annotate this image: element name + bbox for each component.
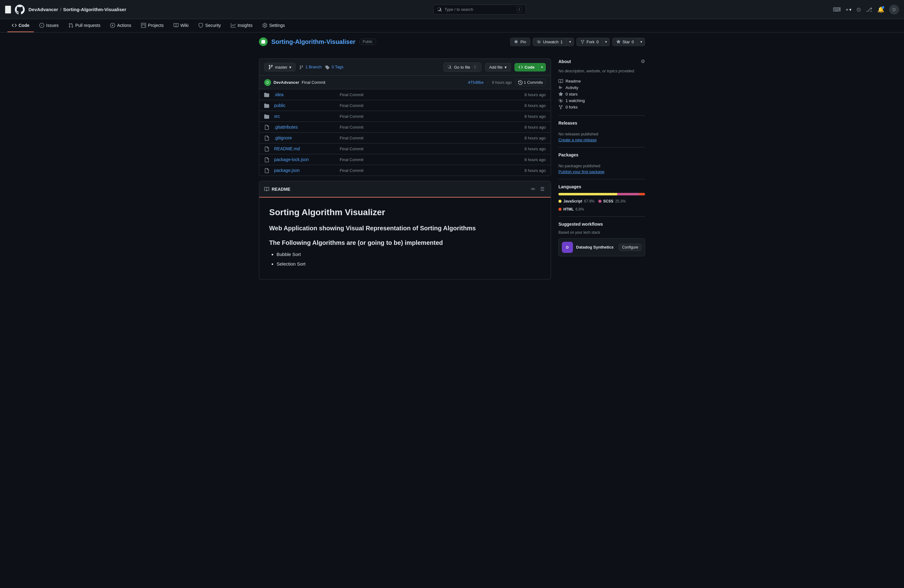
add-file-label: Add file <box>489 65 503 69</box>
unwatch-dropdown[interactable]: ▾ <box>567 38 574 46</box>
table-row: src Final Commit 8 hours ago <box>259 111 551 122</box>
file-name[interactable]: .gitignore <box>274 136 336 140</box>
fork-dropdown[interactable]: ▾ <box>603 38 610 46</box>
tag-count-link[interactable]: 0 Tags <box>332 65 343 69</box>
fork-button[interactable]: Fork 0 <box>576 38 603 46</box>
workflows-header: Suggested workflows <box>558 222 645 227</box>
go-to-file-button[interactable]: Go to file t <box>443 63 481 72</box>
edit-readme-button[interactable]: ✏ <box>530 185 536 193</box>
tab-projects[interactable]: Projects <box>137 19 168 32</box>
commit-author-name[interactable]: DevAdvancer <box>273 80 299 85</box>
hamburger-menu[interactable]: ☰ <box>5 6 11 14</box>
packages-publish-link[interactable]: Publish your first package <box>558 169 645 174</box>
repo-name[interactable]: Sorting-Algorithm-Visualiser <box>271 38 356 46</box>
tab-settings[interactable]: Settings <box>258 19 289 32</box>
commit-time-ago: 8 hours ago <box>492 80 511 85</box>
terminal-button[interactable]: ⌨ <box>833 6 841 13</box>
folder-icon <box>264 93 269 98</box>
releases-create-link[interactable]: Create a new release <box>558 137 645 142</box>
nav-right: ⌨ + ▾ ⊙ ⎇ 🔔 D <box>833 5 899 14</box>
commits-link[interactable]: 1 Commits <box>515 79 546 86</box>
search-bar[interactable]: Type / to search / <box>433 5 526 14</box>
tab-insights[interactable]: Insights <box>226 19 257 32</box>
tab-pull-requests[interactable]: Pull requests <box>64 19 104 32</box>
file-name[interactable]: README.md <box>274 146 336 151</box>
settings-icon <box>262 23 267 28</box>
languages-section: Languages JavaScript 67.9% SCSS 25.3% HT… <box>558 179 645 217</box>
about-description: No description, website, or topics provi… <box>558 68 645 74</box>
star-button[interactable]: Star 0 <box>612 38 638 46</box>
code-button[interactable]: Code <box>515 63 539 71</box>
file-name[interactable]: public <box>274 103 336 108</box>
branch-count-link[interactable]: 1 Branch <box>305 65 321 69</box>
workflow-name: Datadog Synthetics <box>576 245 616 249</box>
about-gear-icon[interactable]: ⚙ <box>641 58 645 64</box>
about-link-forks[interactable]: 0 forks <box>558 104 645 110</box>
eye-icon <box>537 39 541 44</box>
issues-button[interactable]: ⊙ <box>857 6 861 13</box>
table-row: .idea Final Commit 8 hours ago <box>259 89 551 100</box>
code-dropdown[interactable]: ▾ <box>539 63 546 71</box>
repo-tabs: Code Issues Pull requests Actions Projec… <box>0 19 904 33</box>
main-content: master ▾ 1 Branch 0 Tags Go to file <box>254 51 650 287</box>
packages-none-text: No packages published <box>558 164 645 168</box>
history-icon <box>518 80 523 85</box>
pin-button[interactable]: Pin <box>510 38 530 46</box>
commit-message: Final Commit <box>302 80 326 85</box>
lang-name: HTML <box>563 207 574 211</box>
create-new-button[interactable]: + ▾ <box>846 7 852 12</box>
readme-toc-button[interactable]: ☰ <box>539 185 546 193</box>
pr-icon <box>68 23 73 28</box>
workflow-card: D Datadog Synthetics Configure <box>558 238 645 256</box>
branch-selector[interactable]: master ▾ <box>264 63 296 71</box>
file-time: 8 hours ago <box>509 93 546 97</box>
unwatch-label: Unwatch <box>543 39 559 44</box>
about-link-activity[interactable]: Activity <box>558 84 645 91</box>
star-icon <box>616 39 621 44</box>
file-name[interactable]: package.json <box>274 168 336 173</box>
file-name[interactable]: .idea <box>274 92 336 97</box>
about-link-readme[interactable]: Readme <box>558 78 645 84</box>
search-shortcut: / <box>517 6 522 13</box>
left-content: master ▾ 1 Branch 0 Tags Go to file <box>259 58 551 279</box>
code-icon <box>12 23 17 28</box>
pull-requests-button[interactable]: ⎇ <box>866 6 872 13</box>
file-name[interactable]: package-lock.json <box>274 157 336 162</box>
add-file-button[interactable]: Add file ▾ <box>485 63 510 71</box>
tab-security[interactable]: Security <box>194 19 225 32</box>
tab-wiki[interactable]: Wiki <box>169 19 193 32</box>
file-icon <box>264 168 269 173</box>
lang-item-html: HTML 6.8% <box>558 207 584 211</box>
issues-tab-icon <box>39 23 44 28</box>
breadcrumb-owner[interactable]: DevAdvancer <box>28 7 58 12</box>
file-name[interactable]: .gitattributes <box>274 125 336 129</box>
configure-button[interactable]: Configure <box>619 244 642 251</box>
tab-issues[interactable]: Issues <box>35 19 63 32</box>
workflows-subtitle: Based on your tech stack <box>558 230 645 235</box>
breadcrumb-repo[interactable]: Sorting-Algorithm-Visualiser <box>63 7 126 12</box>
top-navigation: ☰ DevAdvancer / Sorting-Algorithm-Visual… <box>0 0 904 19</box>
file-time: 8 hours ago <box>509 168 546 173</box>
tag-count: 0 Tags <box>325 65 343 69</box>
list-item: Bubble Sort <box>277 250 541 259</box>
tab-actions-label: Actions <box>117 23 131 28</box>
pin-label: Pin <box>520 39 526 44</box>
about-link-stars[interactable]: 0 stars <box>558 91 645 98</box>
user-avatar[interactable]: D <box>889 5 899 14</box>
about-link-watching[interactable]: 1 watching <box>558 98 645 104</box>
notifications-button[interactable]: 🔔 <box>877 6 884 13</box>
search-placeholder: Type / to search <box>444 7 514 12</box>
right-sidebar: About ⚙ No description, website, or topi… <box>558 58 645 279</box>
unwatch-button[interactable]: Unwatch 1 <box>533 38 567 46</box>
file-time: 8 hours ago <box>509 114 546 119</box>
fork-icon <box>580 39 585 44</box>
lang-pct: 25.3% <box>615 199 626 203</box>
commit-hash[interactable]: 4f5d0be <box>468 80 484 85</box>
tab-code[interactable]: Code <box>8 19 34 32</box>
tab-actions[interactable]: Actions <box>106 19 136 32</box>
about-header: About ⚙ <box>558 58 645 64</box>
file-name[interactable]: src <box>274 114 336 119</box>
workflows-section: Suggested workflows Based on your tech s… <box>558 217 645 261</box>
star-dropdown[interactable]: ▾ <box>638 38 645 46</box>
github-logo[interactable] <box>15 5 25 14</box>
